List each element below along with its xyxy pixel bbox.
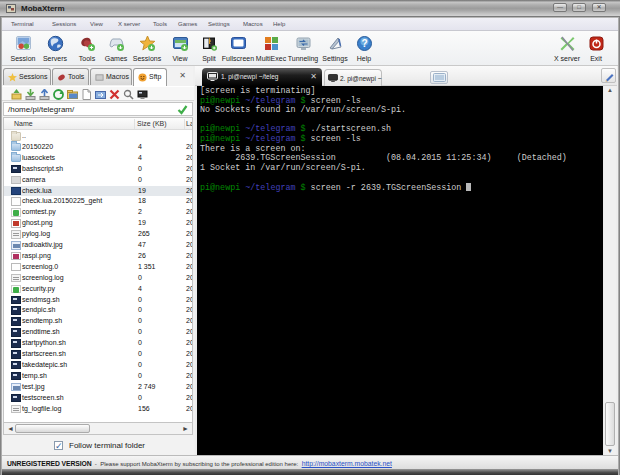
svg-text:?: ? [361,38,367,49]
